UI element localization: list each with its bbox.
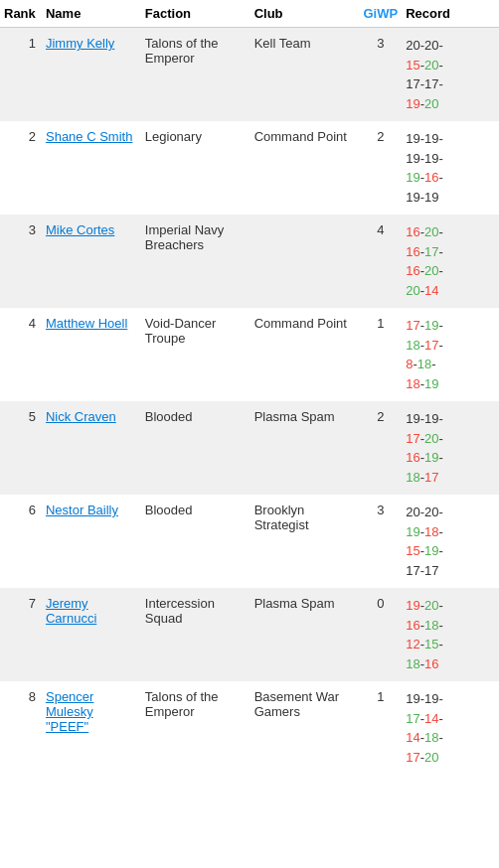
- club-cell: Command Point: [250, 308, 360, 401]
- faction-cell: Void-Dancer Troupe: [141, 308, 250, 401]
- name-cell: Shane C Smith: [42, 121, 141, 215]
- rank-cell: 5: [0, 401, 42, 495]
- rank-cell: 3: [0, 215, 42, 308]
- giwp-cell: 3: [359, 28, 402, 122]
- giwp-cell: 2: [359, 121, 402, 215]
- header-rank: Rank: [0, 0, 42, 28]
- record-cell: 19-20-16-18-12-15-18-16: [402, 588, 499, 681]
- player-name-link[interactable]: Shane C Smith: [46, 129, 132, 144]
- rank-cell: 7: [0, 588, 42, 681]
- name-cell: Jeremy Carnucci: [42, 588, 141, 681]
- table-row: 7Jeremy CarnucciIntercession SquadPlasma…: [0, 588, 499, 681]
- faction-cell: Legionary: [141, 121, 250, 215]
- giwp-cell: 4: [359, 215, 402, 308]
- player-name-link[interactable]: Matthew Hoell: [46, 316, 127, 331]
- club-cell: Brooklyn Strategist: [250, 495, 360, 588]
- player-name-link[interactable]: Nestor Bailly: [46, 503, 118, 517]
- club-cell: Plasma Spam: [250, 588, 360, 681]
- record-cell: 19-19-17-20-16-19-18-17: [402, 401, 499, 495]
- table-row: 4Matthew HoellVoid-Dancer TroupeCommand …: [0, 308, 499, 401]
- rank-cell: 1: [0, 28, 42, 122]
- table-row: 2Shane C SmithLegionaryCommand Point219-…: [0, 121, 499, 215]
- name-cell: Matthew Hoell: [42, 308, 141, 401]
- rank-cell: 4: [0, 308, 42, 401]
- giwp-cell: 2: [359, 401, 402, 495]
- table-row: 1Jimmy KellyTalons of the EmperorKell Te…: [0, 28, 499, 122]
- player-name-link[interactable]: Jimmy Kelly: [46, 36, 114, 51]
- name-cell: Mike Cortes: [42, 215, 141, 308]
- header-faction: Faction: [141, 0, 250, 28]
- faction-cell: Blooded: [141, 401, 250, 495]
- club-cell: Basement War Gamers: [250, 681, 360, 775]
- header-record: Record: [402, 0, 499, 28]
- giwp-cell: 0: [359, 588, 402, 681]
- header-name: Name: [42, 0, 141, 28]
- record-cell: 19-19-17-14-14-18-17-20: [402, 681, 499, 775]
- header-giwp: GiWP: [359, 0, 402, 28]
- club-cell: Kell Team: [250, 28, 360, 122]
- faction-cell: Imperial Navy Breachers: [141, 215, 250, 308]
- table-row: 3Mike CortesImperial Navy Breachers416-2…: [0, 215, 499, 308]
- table-row: 6Nestor BaillyBloodedBrooklyn Strategist…: [0, 495, 499, 588]
- rank-cell: 8: [0, 681, 42, 775]
- giwp-cell: 3: [359, 495, 402, 588]
- record-cell: 17-19-18-17-8-18-18-19: [402, 308, 499, 401]
- record-cell: 20-20-19-18-15-19-17-17: [402, 495, 499, 588]
- giwp-cell: 1: [359, 308, 402, 401]
- rank-cell: 2: [0, 121, 42, 215]
- club-cell: [250, 215, 360, 308]
- record-cell: 16-20-16-17-16-20-20-14: [402, 215, 499, 308]
- record-cell: 20-20-15-20-17-17-19-20: [402, 28, 499, 122]
- rank-cell: 6: [0, 495, 42, 588]
- player-name-link[interactable]: Nick Craven: [46, 409, 116, 424]
- player-name-link[interactable]: Spencer Mulesky "PEEF": [46, 689, 93, 734]
- record-cell: 19-19-19-19-19-16-19-19: [402, 121, 499, 215]
- giwp-cell: 1: [359, 681, 402, 775]
- faction-cell: Blooded: [141, 495, 250, 588]
- name-cell: Jimmy Kelly: [42, 28, 141, 122]
- name-cell: Nick Craven: [42, 401, 141, 495]
- club-cell: Plasma Spam: [250, 401, 360, 495]
- table-row: 8Spencer Mulesky "PEEF"Talons of the Emp…: [0, 681, 499, 775]
- player-name-link[interactable]: Mike Cortes: [46, 222, 114, 237]
- faction-cell: Intercession Squad: [141, 588, 250, 681]
- player-name-link[interactable]: Jeremy Carnucci: [46, 596, 96, 626]
- table-row: 5Nick CravenBloodedPlasma Spam219-19-17-…: [0, 401, 499, 495]
- name-cell: Spencer Mulesky "PEEF": [42, 681, 141, 775]
- faction-cell: Talons of the Emperor: [141, 681, 250, 775]
- club-cell: Command Point: [250, 121, 360, 215]
- faction-cell: Talons of the Emperor: [141, 28, 250, 122]
- header-club: Club: [250, 0, 360, 28]
- name-cell: Nestor Bailly: [42, 495, 141, 588]
